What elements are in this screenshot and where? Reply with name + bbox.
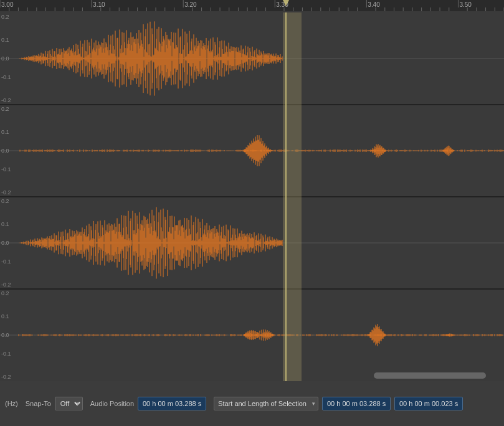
selection-type-select[interactable]: Start and Length of Selection Start and … [214,397,318,410]
tracks-canvas[interactable] [0,12,504,381]
selection-length-input[interactable] [394,397,463,410]
selection-dropdown-wrapper[interactable]: Start and Length of Selection Start and … [214,397,318,410]
waveform-container [0,0,504,380]
timeline-ruler [0,0,504,11]
snap-to-label: Snap-To [26,400,51,407]
audio-position-input[interactable] [138,397,206,410]
audio-position-section: Audio Position [90,397,206,410]
selection-section: Start and Length of Selection Start and … [214,397,463,410]
bottom-bar: (Hz) Snap-To Off On Audio Position Start… [0,380,504,426]
hz-label: (Hz) [5,400,18,407]
snap-to-wrapper[interactable]: Off On [55,397,83,410]
audio-position-label: Audio Position [90,400,134,407]
snap-to-select[interactable]: Off On [55,397,83,410]
selection-start-input[interactable] [322,397,391,410]
snap-to-section: Snap-To Off On [26,397,83,410]
